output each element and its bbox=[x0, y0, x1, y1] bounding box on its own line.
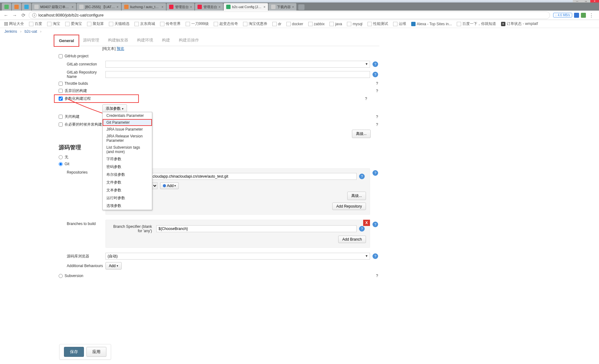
bookmark-item[interactable]: 百度一下，你就知道 bbox=[455, 21, 498, 27]
help-icon[interactable]: ? bbox=[376, 122, 378, 127]
dropdown-item[interactable]: 运行时参数 bbox=[103, 194, 152, 202]
jenkins-tab[interactable]: 构建环境 bbox=[133, 35, 158, 46]
close-build-checkbox[interactable] bbox=[59, 115, 63, 119]
dropdown-item[interactable]: 字符参数 bbox=[103, 155, 152, 163]
ext-icon-1[interactable] bbox=[574, 13, 579, 18]
breadcrumb-link[interactable]: Jenkins bbox=[4, 29, 17, 34]
browser-tab[interactable] bbox=[22, 3, 31, 11]
browser-tab[interactable]: M0407:获取订单使用的× bbox=[32, 3, 76, 11]
dropdown-item[interactable]: 选项参数 bbox=[103, 202, 152, 210]
help-icon[interactable]: ? bbox=[376, 81, 378, 86]
browser-tab[interactable]: b2c-uat Config [Jenkin× bbox=[224, 3, 268, 11]
advanced-button[interactable]: 高级... bbox=[352, 130, 371, 138]
bookmark-item[interactable]: 淘宝 bbox=[45, 21, 62, 27]
bookmark-item[interactable]: 超变态传奇 bbox=[212, 21, 240, 27]
dropdown-item[interactable]: Git Parameter bbox=[103, 119, 152, 126]
close-icon[interactable]: × bbox=[72, 5, 74, 9]
bookmark-item[interactable]: 淘宝优惠券 bbox=[241, 21, 269, 27]
close-icon[interactable]: × bbox=[218, 5, 220, 9]
repo-url-input[interactable] bbox=[134, 173, 357, 180]
dropdown-item[interactable]: 布尔值参数 bbox=[103, 171, 152, 179]
browser-tab[interactable]: 管理后台× bbox=[167, 3, 194, 11]
jenkins-tab[interactable]: General bbox=[54, 35, 79, 46]
bookmark-item[interactable]: mysql bbox=[345, 21, 364, 27]
reload-icon[interactable]: ⟳ bbox=[20, 12, 27, 19]
help-icon[interactable]: ? bbox=[359, 174, 365, 179]
close-icon[interactable]: × bbox=[292, 5, 294, 9]
win-close[interactable]: ✕ bbox=[590, 0, 599, 2]
help-icon[interactable]: ? bbox=[376, 115, 378, 119]
parameterized-checkbox[interactable] bbox=[59, 97, 63, 101]
help-icon[interactable]: ? bbox=[359, 226, 365, 232]
bookmark-item[interactable]: 聚划算 bbox=[85, 21, 106, 27]
add-credentials-button[interactable]: Add▾ bbox=[160, 182, 179, 189]
close-icon[interactable]: × bbox=[263, 5, 265, 9]
browser-tab[interactable]: 管理后台× bbox=[195, 3, 223, 11]
help-icon[interactable]: ? bbox=[373, 170, 378, 176]
browser-tab[interactable] bbox=[12, 3, 21, 11]
bookmark-item[interactable]: 传奇世界 bbox=[158, 21, 183, 27]
repo-advanced-button[interactable]: 高级... bbox=[347, 192, 366, 200]
preview-link[interactable]: 预览 bbox=[117, 46, 124, 51]
bookmark-item[interactable]: 京东商城 bbox=[133, 21, 157, 27]
repo-browser-select[interactable]: (自动) bbox=[105, 253, 370, 260]
delete-branch-button[interactable]: X bbox=[363, 220, 370, 226]
bookmark-item[interactable]: 百度 bbox=[27, 21, 44, 27]
close-icon[interactable]: × bbox=[117, 5, 119, 9]
address-bar[interactable]: i localhost:8080/job/b2c-uat/configure bbox=[29, 12, 550, 19]
close-icon[interactable]: × bbox=[190, 5, 192, 9]
gitlab-repo-input[interactable] bbox=[105, 71, 370, 78]
browser-tab[interactable]: [BC-2555] 【UAT-B2C...× bbox=[77, 3, 121, 11]
speed-pill[interactable]: ↓4.6 MB/s bbox=[553, 13, 572, 17]
ext-icon-2[interactable] bbox=[581, 13, 586, 18]
breadcrumb-link[interactable]: b2c-uat bbox=[25, 29, 37, 34]
dropdown-item[interactable]: JIRA Release Version Parameter bbox=[103, 133, 152, 144]
bookmark-item[interactable]: 天猫精选 bbox=[107, 21, 131, 27]
browser-tab[interactable]: liuzhong / auto_test · G× bbox=[122, 3, 166, 11]
throttle-checkbox[interactable] bbox=[59, 82, 63, 86]
help-icon[interactable]: ? bbox=[376, 89, 378, 93]
help-icon[interactable]: ? bbox=[373, 222, 378, 227]
bookmark-item[interactable]: java bbox=[328, 21, 344, 27]
forward-icon[interactable]: → bbox=[11, 12, 18, 19]
jenkins-tab[interactable]: 构建触发器 bbox=[104, 35, 133, 46]
bookmark-item[interactable]: dr bbox=[270, 21, 283, 27]
branch-specifier-input[interactable] bbox=[156, 225, 357, 232]
scm-git-radio[interactable] bbox=[59, 162, 63, 166]
bookmark-item[interactable]: ✕订单状态 - wmplatf bbox=[499, 21, 540, 27]
scm-svn-radio[interactable] bbox=[59, 274, 63, 278]
add-param-button[interactable]: 添加参数 bbox=[102, 104, 127, 113]
help-icon[interactable]: ? bbox=[373, 72, 378, 77]
help-icon[interactable]: ? bbox=[376, 274, 378, 278]
new-tab-button[interactable] bbox=[298, 4, 304, 10]
bookmark-item[interactable]: zabbix bbox=[306, 21, 327, 27]
jenkins-tab[interactable]: 构建 bbox=[158, 35, 174, 46]
dropdown-item[interactable]: JIRA Issue Parameter bbox=[103, 126, 152, 133]
close-icon[interactable]: × bbox=[162, 5, 163, 9]
gitlab-connection-select[interactable] bbox=[105, 61, 370, 68]
dropdown-item[interactable]: Credentials Parameter bbox=[103, 112, 152, 119]
jenkins-tab[interactable]: 源码管理 bbox=[79, 35, 104, 46]
add-branch-button[interactable]: Add Branch bbox=[338, 236, 366, 243]
back-icon[interactable]: ← bbox=[2, 12, 9, 19]
bookmark-item[interactable]: Alexa - Top Sites in... bbox=[409, 21, 454, 27]
dropdown-item[interactable]: 文件参数 bbox=[103, 179, 152, 186]
browser-tab[interactable] bbox=[2, 3, 11, 11]
concurrent-checkbox[interactable] bbox=[59, 122, 63, 127]
dropdown-item[interactable]: 文本参数 bbox=[103, 186, 152, 194]
add-repository-button[interactable]: Add Repository bbox=[332, 203, 366, 210]
help-icon[interactable]: ? bbox=[373, 253, 378, 259]
add-behaviour-button[interactable]: Add bbox=[105, 262, 122, 270]
help-icon[interactable]: ? bbox=[373, 61, 378, 67]
bookmark-item[interactable]: docker bbox=[285, 21, 305, 27]
win-min[interactable]: — bbox=[573, 0, 582, 2]
jenkins-tab[interactable]: 构建后操作 bbox=[174, 35, 203, 46]
bookmark-item[interactable]: 一刀999级 bbox=[184, 21, 211, 27]
github-project-checkbox[interactable] bbox=[59, 54, 63, 58]
dropdown-item[interactable]: 密码参数 bbox=[103, 163, 152, 171]
discard-checkbox[interactable] bbox=[59, 89, 63, 93]
dropdown-item[interactable]: List Subversion tags (and more) bbox=[103, 144, 152, 155]
bookmark-item[interactable]: 性能测试 bbox=[366, 21, 390, 27]
scm-none-radio[interactable] bbox=[59, 155, 63, 159]
help-icon[interactable]: ? bbox=[365, 97, 367, 101]
